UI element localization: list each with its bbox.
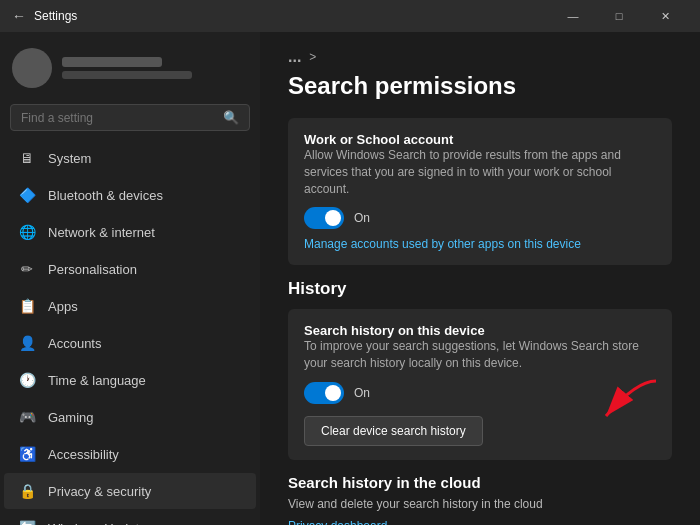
content-area: ... > Search permissions Work or School … xyxy=(260,32,700,525)
search-history-toggle[interactable] xyxy=(304,382,344,404)
cloud-section-desc: View and delete your search history in t… xyxy=(288,497,672,511)
sidebar-item-label-bluetooth: Bluetooth & devices xyxy=(48,188,163,203)
work-account-card: Work or School account Allow Windows Sea… xyxy=(288,118,672,265)
arrow-container: Clear device search history xyxy=(304,406,656,446)
sidebar-item-accounts[interactable]: 👤Accounts xyxy=(4,325,256,361)
close-button[interactable]: ✕ xyxy=(642,0,688,32)
titlebar-controls: — □ ✕ xyxy=(550,0,688,32)
sidebar-item-label-privacy: Privacy & security xyxy=(48,484,151,499)
user-info xyxy=(62,57,248,79)
sidebar-item-label-gaming: Gaming xyxy=(48,410,94,425)
breadcrumb-dots: ... xyxy=(288,48,301,66)
sidebar-item-system[interactable]: 🖥System xyxy=(4,140,256,176)
work-account-toggle[interactable] xyxy=(304,207,344,229)
apps-icon: 📋 xyxy=(18,297,36,315)
network-icon: 🌐 xyxy=(18,223,36,241)
gaming-icon: 🎮 xyxy=(18,408,36,426)
cloud-section: Search history in the cloud View and del… xyxy=(288,474,672,525)
sidebar-item-label-accounts: Accounts xyxy=(48,336,101,351)
search-box[interactable]: 🔍 xyxy=(10,104,250,131)
cloud-section-title: Search history in the cloud xyxy=(288,474,672,491)
maximize-button[interactable]: □ xyxy=(596,0,642,32)
sidebar-item-personalisation[interactable]: ✏Personalisation xyxy=(4,251,256,287)
system-icon: 🖥 xyxy=(18,149,36,167)
sidebar-item-label-network: Network & internet xyxy=(48,225,155,240)
search-icon: 🔍 xyxy=(223,110,239,125)
work-account-toggle-label: On xyxy=(354,211,370,225)
bluetooth-icon: 🔷 xyxy=(18,186,36,204)
sidebar-item-time[interactable]: 🕐Time & language xyxy=(4,362,256,398)
sidebar-item-privacy[interactable]: 🔒Privacy & security xyxy=(4,473,256,509)
accounts-icon: 👤 xyxy=(18,334,36,352)
sidebar-item-label-system: System xyxy=(48,151,91,166)
sidebar-item-bluetooth[interactable]: 🔷Bluetooth & devices xyxy=(4,177,256,213)
minimize-button[interactable]: — xyxy=(550,0,596,32)
sidebar-item-update[interactable]: 🔄Windows Update xyxy=(4,510,256,525)
sidebar-item-label-accessibility: Accessibility xyxy=(48,447,119,462)
user-section xyxy=(0,32,260,100)
manage-accounts-link[interactable]: Manage accounts used by other apps on th… xyxy=(304,237,656,251)
update-icon: 🔄 xyxy=(18,519,36,525)
titlebar-title: Settings xyxy=(34,9,77,23)
main-layout: 🔍 🖥System🔷Bluetooth & devices🌐Network & … xyxy=(0,32,700,525)
work-account-desc: Allow Windows Search to provide results … xyxy=(304,147,656,197)
page-title: Search permissions xyxy=(288,72,672,100)
search-input[interactable] xyxy=(21,111,215,125)
accessibility-icon: ♿ xyxy=(18,445,36,463)
nav-items: 🖥System🔷Bluetooth & devices🌐Network & in… xyxy=(0,139,260,525)
avatar xyxy=(12,48,52,88)
work-account-title: Work or School account xyxy=(304,132,656,147)
time-icon: 🕐 xyxy=(18,371,36,389)
red-arrow-annotation xyxy=(546,376,666,436)
sidebar-item-gaming[interactable]: 🎮Gaming xyxy=(4,399,256,435)
history-section-title: History xyxy=(288,279,672,299)
titlebar: ← Settings — □ ✕ xyxy=(0,0,700,32)
work-account-toggle-row: On xyxy=(304,207,656,229)
user-email xyxy=(62,71,192,79)
sidebar: 🔍 🖥System🔷Bluetooth & devices🌐Network & … xyxy=(0,32,260,525)
sidebar-item-accessibility[interactable]: ♿Accessibility xyxy=(4,436,256,472)
sidebar-item-label-time: Time & language xyxy=(48,373,146,388)
sidebar-item-label-apps: Apps xyxy=(48,299,78,314)
user-name xyxy=(62,57,162,67)
personalisation-icon: ✏ xyxy=(18,260,36,278)
privacy-icon: 🔒 xyxy=(18,482,36,500)
sidebar-item-label-update: Windows Update xyxy=(48,521,146,526)
search-history-toggle-knob xyxy=(325,385,341,401)
search-history-title: Search history on this device xyxy=(304,323,656,338)
toggle-knob xyxy=(325,210,341,226)
privacy-dashboard-link[interactable]: Privacy dashboard xyxy=(288,519,672,525)
breadcrumb: ... > xyxy=(288,48,672,66)
back-button[interactable]: ← xyxy=(12,8,26,24)
search-history-desc: To improve your search suggestions, let … xyxy=(304,338,656,372)
clear-history-button[interactable]: Clear device search history xyxy=(304,416,483,446)
sidebar-item-apps[interactable]: 📋Apps xyxy=(4,288,256,324)
breadcrumb-sep: > xyxy=(309,50,316,64)
search-history-toggle-label: On xyxy=(354,386,370,400)
titlebar-left: ← Settings xyxy=(12,8,550,24)
sidebar-item-label-personalisation: Personalisation xyxy=(48,262,137,277)
search-history-card: Search history on this device To improve… xyxy=(288,309,672,460)
sidebar-item-network[interactable]: 🌐Network & internet xyxy=(4,214,256,250)
